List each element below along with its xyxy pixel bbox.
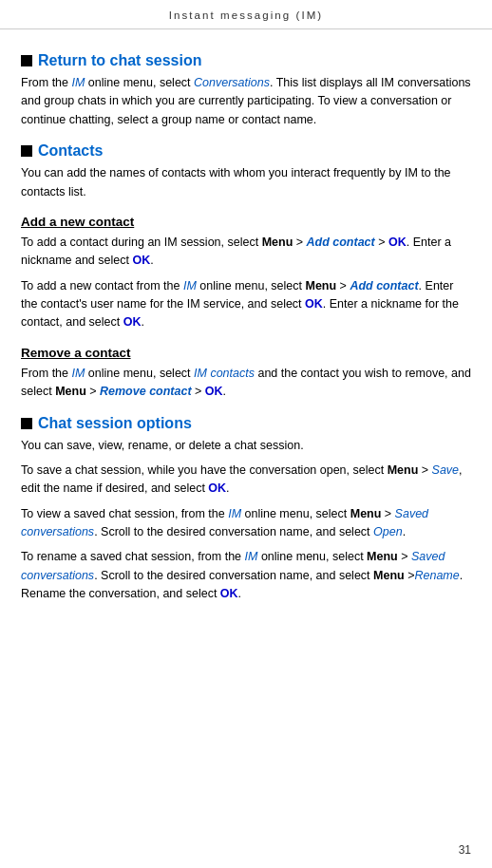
ok-7: OK xyxy=(220,587,238,600)
header-title: Instant messaging (IM) xyxy=(169,9,324,21)
menu-bold-4: Menu xyxy=(388,463,419,477)
add-contact-title: Add a new contact xyxy=(21,215,471,229)
open-link: Open xyxy=(373,525,403,538)
bullet-icon-3 xyxy=(21,418,32,429)
subsection-remove-contact: Remove a contact xyxy=(21,346,471,360)
section-contacts-heading: Contacts xyxy=(21,142,471,160)
chat-p3: To view a saved chat session, from the I… xyxy=(21,505,471,542)
im-link-4: IM xyxy=(228,507,241,520)
chat-p2: To save a chat session, while you have t… xyxy=(21,462,471,499)
contacts-paragraph: You can add the names of contacts with w… xyxy=(21,164,471,201)
ok-4: OK xyxy=(123,315,142,329)
return-section-title: Return to chat session xyxy=(38,52,201,69)
im-link-5: IM xyxy=(245,550,258,563)
add-contact-p2: To add a new contact from the IM online … xyxy=(21,277,471,332)
add-contact-p1: To add a contact during an IM session, s… xyxy=(21,234,471,271)
menu-bold-6: Menu xyxy=(367,550,398,563)
subsection-add-contact: Add a new contact xyxy=(21,215,471,229)
menu-bold-5: Menu xyxy=(350,507,382,520)
im-link-2: IM xyxy=(183,279,197,292)
menu-bold-1: Menu xyxy=(262,236,293,249)
chat-session-title: Chat session options xyxy=(38,415,192,432)
menu-bold-2: Menu xyxy=(305,279,336,292)
conversations-link: Conversations xyxy=(194,76,270,89)
remove-contact-p1: From the IM online menu, select IM conta… xyxy=(21,365,471,402)
chat-p4: To rename a saved chat session, from the… xyxy=(21,548,471,603)
ok-1: OK xyxy=(388,236,407,249)
rename-link: Rename xyxy=(414,569,459,582)
page-header: Instant messaging (IM) xyxy=(0,0,492,29)
return-paragraph: From the IM online menu, select Conversa… xyxy=(21,74,471,129)
save-link: Save xyxy=(432,463,460,477)
menu-bold-3: Menu xyxy=(55,385,86,398)
im-link-1: IM xyxy=(72,76,85,89)
section-return-heading: Return to chat session xyxy=(21,52,471,69)
remove-contact-title: Remove a contact xyxy=(21,346,471,360)
im-link-3: IM xyxy=(72,367,85,380)
bullet-icon xyxy=(21,55,32,66)
add-contact-link-2: Add contact xyxy=(350,279,418,292)
menu-bold-7: Menu xyxy=(373,569,405,582)
section-chat-heading: Chat session options xyxy=(21,415,471,432)
ok-5: OK xyxy=(205,385,223,398)
chat-p1: You can save, view, rename, or delete a … xyxy=(21,437,471,455)
ok-2: OK xyxy=(132,254,150,267)
remove-contact-link: Remove contact xyxy=(100,385,192,398)
page-number: 31 xyxy=(459,843,471,857)
page-content: Return to chat session From the IM onlin… xyxy=(0,29,492,630)
add-contact-link-1: Add contact xyxy=(307,236,375,249)
bullet-icon-2 xyxy=(21,145,32,157)
im-contacts-link: IM contacts xyxy=(194,367,255,380)
ok-3: OK xyxy=(305,297,323,311)
contacts-section-title: Contacts xyxy=(38,142,103,160)
ok-6: OK xyxy=(208,481,226,495)
